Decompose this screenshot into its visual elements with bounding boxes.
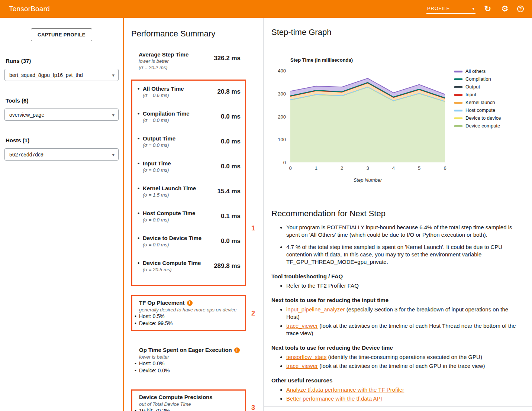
bullet-icon — [135, 360, 139, 367]
dashboard-selector[interactable]: PROFILE — [426, 4, 475, 14]
legend-swatch — [454, 78, 462, 80]
trace-viewer-link[interactable]: trace_viewer — [286, 363, 318, 369]
list-item: tensorflow_stats (identify the time-cons… — [286, 353, 522, 361]
legend-label: Kernel launch — [465, 100, 495, 105]
annotation-label-1: 1 — [251, 224, 255, 232]
metric-row: Compilation Time (σ = 0.0 ms) 0.0 ms — [138, 110, 241, 123]
list-item: Host: 0.5% — [135, 313, 241, 320]
settings-gear-icon[interactable] — [500, 4, 510, 14]
bullet-icon — [135, 407, 139, 411]
recommendation-card: Recommendation for Next Step Your progra… — [264, 199, 532, 407]
metric-title: Device Compute Time — [143, 260, 201, 266]
info-icon[interactable] — [234, 347, 240, 353]
legend-swatch — [454, 71, 462, 72]
hosts-select[interactable]: 5627c5dd7dc9 — [4, 148, 119, 161]
list-item: Your program is POTENTIALLY input-bound … — [286, 224, 522, 239]
x-tick-label: 5 — [418, 165, 420, 171]
input-tools-list: input_pipeline_analyzer (especially Sect… — [271, 306, 522, 337]
metric-title: Input Time — [143, 160, 171, 166]
runs-select[interactable]: bert_squad_8gpu_fp16_pvt_thd — [4, 69, 119, 81]
bullet-icon — [138, 210, 143, 217]
refresh-icon[interactable] — [483, 4, 493, 14]
runs-field: Runs (37) bert_squad_8gpu_fp16_pvt_thd — [4, 58, 119, 81]
annotation-label-2: 2 — [251, 309, 255, 317]
tool-description: (look at the activities on the timeline … — [318, 363, 485, 369]
list-item: Device: 0.0% — [135, 367, 241, 374]
list-item: 16-bit: 70.2% — [135, 407, 241, 411]
metric-subtitle: lower is better — [139, 58, 188, 64]
section-label: TF Op Placement — [139, 300, 185, 306]
annotation-label-3: 3 — [251, 404, 255, 411]
bullet-icon — [138, 135, 143, 142]
metric-row: Input Time (σ = 0.0 ms) 0.0 ms — [138, 160, 241, 173]
tools-label: Tools (6) — [6, 97, 119, 104]
bullet-icon — [135, 320, 139, 327]
x-tick-label: 2 — [341, 165, 343, 171]
performance-summary-title: Performance Summary — [131, 29, 257, 39]
metric-value: 0.0 ms — [221, 110, 241, 123]
metric-sigma: (σ = 20.5 ms) — [143, 266, 201, 273]
legend-swatch — [454, 125, 462, 127]
metric-title: Device to Device Time — [143, 235, 201, 241]
header-actions: PROFILE — [426, 4, 524, 14]
legend-label: Input — [465, 92, 476, 97]
list-item: trace_viewer (look at the activities on … — [286, 362, 522, 370]
average-step-time-labels: Average Step Time lower is better (σ = 2… — [139, 51, 188, 71]
list-item: 4.7 % of the total step time sampled is … — [286, 243, 522, 266]
legend-label: Output — [465, 84, 480, 90]
metric-row: Output Time (σ = 0.0 ms) 0.0 ms — [138, 135, 241, 148]
average-step-time-row: Average Step Time lower is better (σ = 2… — [139, 51, 241, 71]
legend-swatch — [454, 94, 462, 96]
step-time-chart: 01002003004000123456Step NumberAll other… — [271, 62, 528, 192]
metric-row: Device to Device Time (σ = 0.0 ms) 0.0 m… — [138, 234, 241, 248]
metric-title: Average Step Time — [139, 51, 188, 58]
annotation-group-3: Device Compute Precisions out of Total D… — [131, 389, 257, 411]
legend-label: Device to device — [465, 115, 501, 121]
y-tick-label: 0 — [283, 160, 286, 165]
input-pipeline-analyzer-link[interactable]: input_pipeline_analyzer — [286, 306, 345, 313]
bullet-icon — [138, 259, 143, 266]
resources-heading: Other useful resources — [271, 377, 522, 384]
tfdata-performance-link[interactable]: Analyze tf.data performance with the TF … — [286, 386, 404, 393]
legend-swatch — [454, 86, 462, 88]
device-percentage: Device: 99.5% — [139, 320, 173, 326]
legend-swatch — [454, 110, 462, 111]
tfdata-api-link[interactable]: Better performance with the tf.data API — [286, 395, 382, 402]
tensorflow-stats-link[interactable]: tensorflow_stats — [286, 354, 326, 360]
x-tick-label: 6 — [444, 165, 446, 171]
info-icon[interactable] — [187, 300, 193, 306]
metric-sigma: (σ = 0.6 ms) — [143, 92, 184, 98]
metric-sigma: (σ = 0.0 ms) — [143, 242, 201, 248]
bullet-icon — [138, 110, 143, 117]
list-item: Analyze tf.data performance with the TF … — [286, 386, 522, 394]
y-tick-label: 300 — [278, 91, 286, 97]
legend-label: Device compute — [465, 123, 500, 129]
chevron-down-icon — [112, 112, 115, 118]
legend-swatch — [454, 102, 462, 104]
list-item: Better performance with the tf.data API — [286, 395, 522, 402]
dashboard-selector-label: PROFILE — [427, 6, 450, 11]
step-time-graph-card: Step-time Graph Step Time (in millisecon… — [264, 18, 532, 199]
device-percentage: Device: 0.0% — [139, 368, 170, 373]
device-tools-heading: Next tools to use for reducing the Devic… — [271, 344, 522, 352]
chevron-down-icon — [112, 152, 115, 158]
bullet-icon — [138, 185, 143, 192]
metric-value: 326.2 ms — [214, 51, 241, 71]
trace-viewer-link[interactable]: trace_viewer — [286, 323, 318, 329]
faq-heading: Tool troubleshooting / FAQ — [271, 273, 522, 280]
help-icon[interactable] — [517, 6, 524, 12]
runs-select-value: bert_squad_8gpu_fp16_pvt_thd — [9, 72, 83, 78]
recommendation-text: 4.7 % of the total step time sampled is … — [286, 244, 502, 265]
faq-list: Refer to the TF2 Profiler FAQ — [271, 282, 522, 289]
precisions-title: Device Compute Precisions — [139, 394, 241, 401]
metric-row: All Others Time (σ = 0.6 ms) 20.8 ms — [138, 85, 241, 98]
tools-select[interactable]: overview_page — [4, 109, 119, 121]
capture-profile-button[interactable]: CAPTURE PROFILE — [31, 28, 92, 41]
performance-summary-panel: Performance Summary Average Step Time lo… — [125, 18, 264, 411]
list-item: Device: 99.5% — [135, 320, 241, 327]
device-tools-list: tensorflow_stats (identify the time-cons… — [271, 353, 522, 370]
bullet-icon — [135, 367, 139, 374]
eager-execution-section: Op Time Spent on Eager Execution lower i… — [131, 342, 246, 378]
chevron-down-icon — [472, 6, 475, 11]
resources-list: Analyze tf.data performance with the TF … — [271, 386, 522, 402]
